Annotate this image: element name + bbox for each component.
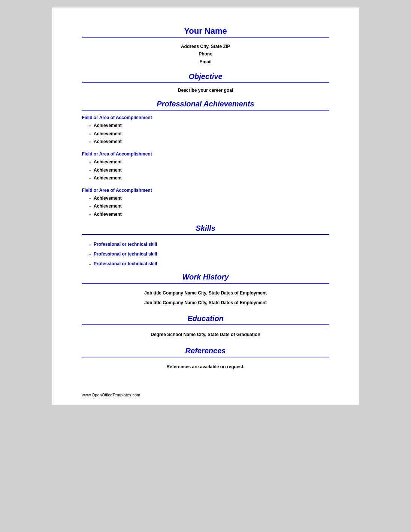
achievement-item: Achievement: [90, 166, 329, 175]
references-text: References are available on request.: [82, 362, 329, 372]
education-entry: Degree School Name City, State Date of G…: [82, 330, 329, 339]
education-block: Degree School Name City, State Date of G…: [82, 330, 329, 339]
education-divider: [82, 324, 329, 325]
achievements-group-3: Field or Area of Accomplishment Achievem…: [82, 188, 329, 219]
references-block: References are available on request.: [82, 362, 329, 372]
skill-item-1: Professional or technical skill: [90, 239, 329, 249]
references-divider: [82, 357, 329, 357]
achievement-item: Achievement: [90, 174, 329, 182]
objective-title: Objective: [82, 72, 329, 81]
achievement-item: Achievement: [90, 130, 329, 138]
field-label-2: Field or Area of Accomplishment: [82, 151, 329, 157]
address: Address City, State ZIP: [82, 43, 329, 50]
skill-item-2: Professional or technical skill: [90, 249, 329, 259]
field-label-1: Field or Area of Accomplishment: [82, 115, 329, 120]
achievements-group-2: Field or Area of Accomplishment Achievem…: [82, 151, 329, 182]
achievement-list-2: Achievement Achievement Achievement: [82, 158, 329, 182]
education-title: Education: [82, 314, 329, 323]
skills-list: Professional or technical skill Professi…: [82, 239, 329, 269]
achievements-group-1: Field or Area of Accomplishment Achievem…: [82, 115, 329, 146]
resume-page: Your Name Address City, State ZIP Phone …: [52, 7, 359, 405]
achievements-divider: [82, 110, 329, 111]
skills-divider: [82, 234, 329, 235]
footer-url: www.OpenOfficeTemplates.com: [82, 393, 140, 397]
skills-block: Professional or technical skill Professi…: [82, 239, 329, 269]
work-entry-2: Job title Company Name City, State Dates…: [82, 298, 329, 308]
skills-title: Skills: [82, 224, 329, 233]
resume-name: Your Name: [82, 26, 329, 36]
work-history-title: Work History: [82, 273, 329, 281]
contact-block: Address City, State ZIP Phone Email: [82, 43, 329, 66]
name-divider: [82, 37, 329, 38]
work-entry-1: Job title Company Name City, State Dates…: [82, 288, 329, 298]
references-title: References: [82, 347, 329, 355]
achievement-list-3: Achievement Achievement Achievement: [82, 194, 329, 219]
objective-divider: [82, 82, 329, 83]
achievement-item: Achievement: [90, 194, 329, 203]
achievement-item: Achievement: [90, 122, 329, 130]
field-label-3: Field or Area of Accomplishment: [82, 188, 329, 193]
phone: Phone: [82, 50, 329, 58]
achievement-item: Achievement: [90, 138, 329, 146]
skill-item-3: Professional or technical skill: [90, 259, 329, 269]
achievement-list-1: Achievement Achievement Achievement: [82, 122, 329, 146]
achievements-title: Professional Achievements: [82, 100, 329, 108]
email: Email: [82, 58, 329, 66]
work-history-block: Job title Company Name City, State Dates…: [82, 288, 329, 308]
objective-description: Describe your career goal: [82, 88, 329, 93]
achievement-item: Achievement: [90, 211, 329, 219]
achievement-item: Achievement: [90, 158, 329, 166]
achievement-item: Achievement: [90, 202, 329, 211]
work-history-divider: [82, 283, 329, 284]
